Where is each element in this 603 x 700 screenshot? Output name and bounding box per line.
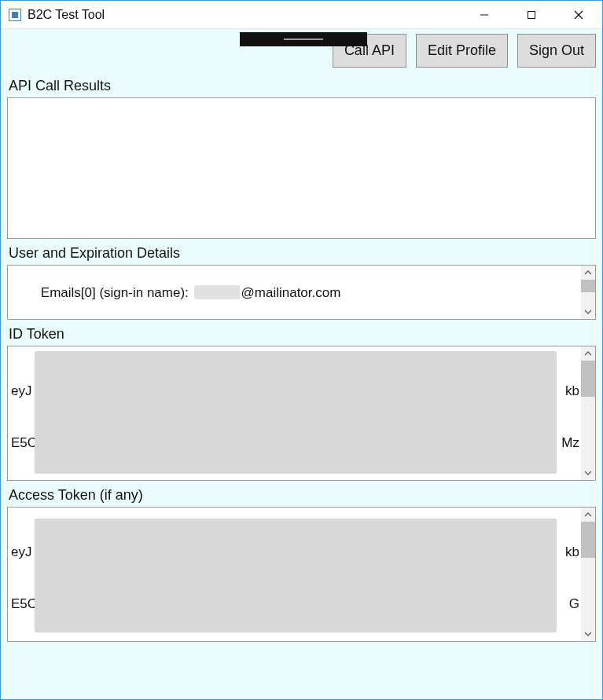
- svg-rect-1: [12, 12, 18, 18]
- label-access-token: Access Token (if any): [9, 487, 596, 504]
- titlebar: B2C Test Tool: [1, 1, 602, 29]
- api-results-text: [11, 100, 579, 236]
- scroll-up-icon[interactable]: [581, 266, 595, 280]
- email-line-prefix: Emails[0] (sign-in name):: [41, 285, 193, 300]
- close-button[interactable]: [555, 1, 602, 29]
- edit-profile-button[interactable]: Edit Profile: [416, 34, 508, 68]
- id-token-redaction: [35, 351, 557, 474]
- scroll-up-icon[interactable]: [581, 508, 595, 522]
- scroll-down-icon[interactable]: [581, 627, 595, 641]
- minimize-button[interactable]: [461, 1, 508, 29]
- content-area: API Call Results User and Expiration Det…: [1, 78, 602, 642]
- drag-grip: [240, 32, 367, 46]
- app-title: B2C Test Tool: [28, 8, 105, 22]
- details-text: Emails[0] (sign-in name): @mailinator.co…: [11, 267, 579, 317]
- details-textbox[interactable]: Emails[0] (sign-in name): @mailinator.co…: [7, 265, 596, 320]
- label-api-results: API Call Results: [9, 78, 596, 94]
- api-results-textbox[interactable]: [7, 97, 596, 239]
- access-token-scrollbar[interactable]: [581, 508, 595, 641]
- label-id-token: ID Token: [9, 326, 596, 343]
- id-token-scrollbar[interactable]: [581, 346, 595, 480]
- access-token-redaction: [35, 519, 557, 632]
- svg-rect-3: [528, 11, 535, 18]
- scroll-up-icon[interactable]: [581, 346, 595, 361]
- scroll-down-icon[interactable]: [581, 466, 595, 480]
- label-user-details: User and Expiration Details: [9, 245, 596, 262]
- details-scrollbar[interactable]: [581, 266, 595, 319]
- id-token-textbox[interactable]: eyJkb E5CMz k4MY2 9tLIjJ hYjIWU 3NF90 aW…: [7, 346, 596, 481]
- scroll-down-icon[interactable]: [581, 305, 595, 319]
- sign-out-button[interactable]: Sign Out: [517, 34, 596, 68]
- email-redacted: [194, 285, 240, 299]
- maximize-button[interactable]: [508, 1, 555, 29]
- email-line-suffix: @mailinator.com: [241, 285, 341, 300]
- toolbar: Call API Edit Profile Sign Out: [1, 29, 602, 71]
- app-window: B2C Test Tool Call API Edit Profile Sign…: [0, 0, 603, 700]
- app-icon: [9, 9, 21, 21]
- access-token-textbox[interactable]: eyJkb E5CG 9ubiZ XhvN GMM WC5Z jMzlb: [7, 507, 596, 642]
